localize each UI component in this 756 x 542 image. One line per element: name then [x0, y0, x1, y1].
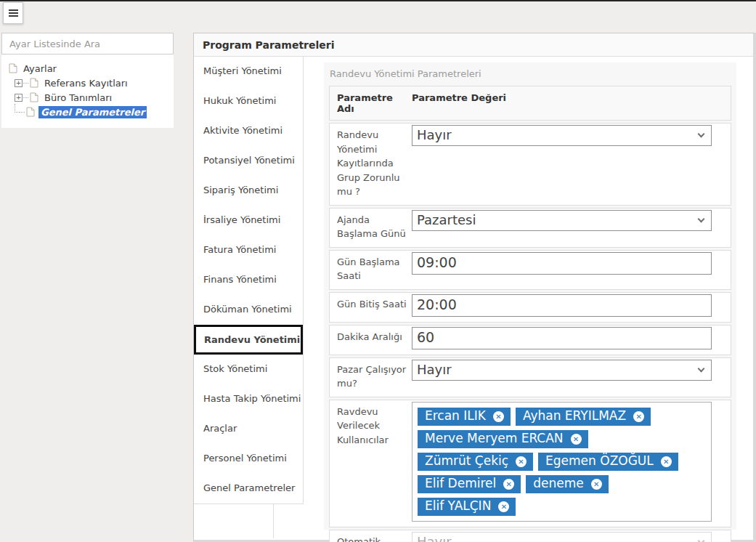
menu-item[interactable]: Hasta Takip Yönetimi: [194, 384, 303, 414]
remove-tag-icon[interactable]: ✕: [571, 434, 582, 445]
section-title: Randevu Yönetimi Parametreleri: [330, 68, 731, 79]
user-tag-label: Zümrüt Çekiç: [425, 453, 508, 468]
parameter-value-cell: [412, 251, 731, 289]
user-tag-label: Ercan ILIK: [425, 408, 486, 423]
tree-item-label: Ayarlar: [21, 62, 59, 75]
parameter-value-cell: Pazartesi: [412, 209, 731, 247]
parameter-row: Gün Başlama Saati: [329, 250, 731, 290]
tree-item-label: Referans Kayıtları: [42, 77, 130, 89]
top-border-line: [0, 0, 756, 1]
expand-plus-icon[interactable]: +: [15, 79, 23, 87]
menu-item[interactable]: Aktivite Yönetimi: [194, 116, 303, 146]
parameter-input[interactable]: [412, 252, 712, 275]
file-icon: [30, 92, 38, 102]
parameter-name: Ravdevu Verilecek Kullanıcılar: [330, 400, 412, 527]
menu-item[interactable]: Personel Yönetimi: [194, 444, 303, 474]
user-tag: Egemen ÖZOĞUL✕: [538, 453, 678, 471]
program-parameters-panel: Program Parametreleri Müşteri YönetimiHu…: [193, 33, 756, 542]
menu-item[interactable]: Stok Yönetimi: [194, 355, 303, 384]
user-tag: Merve Meryem ERCAN✕: [418, 430, 588, 448]
menu-item[interactable]: Hukuk Yönetimi: [194, 86, 303, 116]
hamburger-menu-button[interactable]: [3, 2, 23, 24]
user-tag-label: Elif Demirel: [425, 476, 496, 490]
parameter-select[interactable]: Pazartesi: [412, 210, 712, 231]
parameter-name: Pazar Çalışıyor mu?: [330, 358, 412, 397]
tree-item[interactable]: +Büro Tanımları: [7, 90, 169, 105]
parameter-row: Otomatik Randevu Hatırlatma Sms'i Gönder…: [329, 530, 731, 542]
menu-footer-stub: [194, 504, 274, 538]
search-input[interactable]: [1, 33, 174, 54]
user-tag: Ayhan ERYILMAZ✕: [516, 408, 651, 426]
parameter-select[interactable]: Hayır: [412, 532, 712, 542]
menu-item[interactable]: Finans Yönetimi: [194, 265, 303, 295]
parameter-row: Ravdevu Verilecek KullanıcılarErcan ILIK…: [329, 400, 731, 527]
menu-item[interactable]: İrsaliye Yönetimi: [194, 206, 303, 235]
parameter-name: Gün Başlama Saati: [330, 251, 412, 289]
menu-item[interactable]: Potansiyel Yönetimi: [194, 146, 303, 176]
column-header-value: Parametre Değeri: [412, 92, 731, 114]
tree-item[interactable]: Genel Parametreler: [7, 105, 169, 119]
menu-item[interactable]: Fatura Yönetimi: [194, 235, 303, 265]
file-icon: [30, 78, 38, 88]
parameter-row: Dakika Aralığı: [329, 325, 731, 355]
user-tag-label: deneme: [533, 476, 584, 490]
parameter-value-cell: [412, 293, 731, 322]
menu-item[interactable]: Sipariş Yönetimi: [194, 176, 303, 206]
user-tag-label: Ayhan ERYILMAZ: [523, 408, 626, 423]
user-tag: deneme✕: [526, 475, 609, 493]
user-tags-multiselect[interactable]: Ercan ILIK✕Ayhan ERYILMAZ✕Merve Meryem E…: [412, 402, 712, 522]
parameter-name: Otomatik Randevu Hatırlatma Sms'i Gönder…: [330, 530, 412, 542]
hamburger-icon: [9, 9, 18, 11]
parameter-row: Randevu Yönetimi Kayıtlarında Grup Zorun…: [329, 123, 731, 206]
remove-tag-icon[interactable]: ✕: [498, 501, 509, 512]
file-icon: [9, 63, 17, 73]
tree-item-label: Büro Tanımları: [42, 92, 114, 104]
remove-tag-icon[interactable]: ✕: [661, 456, 672, 467]
parameter-value-cell: Hayır: [412, 124, 731, 205]
parameter-name: Ajanda Başlama Günü: [330, 209, 412, 247]
parameter-name: Dakika Aralığı: [330, 325, 412, 355]
user-tag-label: Elif YALÇIN: [425, 498, 491, 513]
remove-tag-icon[interactable]: ✕: [591, 479, 602, 490]
tree-item-root[interactable]: Ayarlar: [7, 61, 169, 76]
parameter-row: Ajanda Başlama GünüPazartesi: [329, 208, 731, 248]
parameter-value-cell: [412, 325, 731, 355]
column-header-name: Parametre Adı: [330, 92, 412, 114]
menu-item[interactable]: Genel Parametreler: [194, 474, 303, 503]
user-tag-label: Egemen ÖZOĞUL: [545, 453, 654, 468]
parameter-row: Gün Bitiş Saati: [329, 292, 731, 323]
panel-title: Program Parametreleri: [194, 33, 753, 57]
tree-item[interactable]: +Referans Kayıtları: [7, 76, 169, 90]
menu-item[interactable]: Döküman Yönetimi: [194, 295, 303, 325]
remove-tag-icon[interactable]: ✕: [516, 456, 527, 467]
parameter-input[interactable]: [412, 327, 712, 349]
parameter-category-menu: Müşteri YönetimiHukuk YönetimiAktivite Y…: [194, 57, 304, 504]
parameter-select[interactable]: Hayır: [412, 125, 712, 146]
parameter-value-cell: Hayır: [412, 358, 731, 397]
expand-plus-icon[interactable]: +: [15, 94, 23, 102]
table-header-row: Parametre Adı Parametre Değeri: [329, 86, 731, 121]
user-tag: Elif YALÇIN✕: [418, 498, 516, 516]
remove-tag-icon[interactable]: ✕: [503, 479, 514, 490]
settings-tree: Ayarlar +Referans Kayıtları+Büro Tanımla…: [1, 54, 174, 128]
menu-item[interactable]: Müşteri Yönetimi: [194, 57, 303, 86]
file-icon: [26, 107, 35, 117]
settings-sidebar: Ayarlar +Referans Kayıtları+Büro Tanımla…: [1, 33, 174, 128]
parameters-content: Randevu Yönetimi Parametreleri Parametre…: [324, 62, 736, 530]
parameter-select[interactable]: Hayır: [412, 360, 712, 381]
tree-item-label: Genel Parametreler: [38, 106, 147, 118]
parameter-value-cell: Ercan ILIK✕Ayhan ERYILMAZ✕Merve Meryem E…: [412, 400, 731, 527]
menu-item[interactable]: Araçlar: [194, 414, 303, 444]
menu-item[interactable]: Randevu Yönetimi: [194, 325, 303, 355]
parameter-input[interactable]: [412, 294, 712, 317]
parameter-row: Pazar Çalışıyor mu?Hayır: [329, 357, 731, 397]
parameter-name: Gün Bitiş Saati: [330, 293, 412, 322]
remove-tag-icon[interactable]: ✕: [633, 411, 644, 422]
user-tag: Ercan ILIK✕: [418, 408, 511, 426]
parameter-value-cell: Hayır: [412, 530, 731, 542]
tree-connector: [15, 104, 20, 113]
user-tag-label: Merve Meryem ERCAN: [425, 431, 564, 445]
user-tag: Elif Demirel✕: [418, 475, 521, 493]
remove-tag-icon[interactable]: ✕: [493, 411, 504, 422]
user-tag: Zümrüt Çekiç✕: [418, 453, 533, 471]
